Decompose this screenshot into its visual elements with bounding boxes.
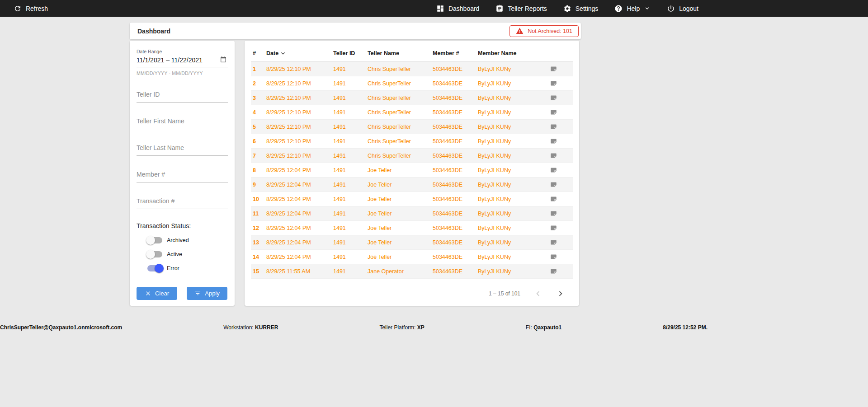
row-teller-id: 1491 [331, 134, 366, 149]
note-icon[interactable] [550, 123, 571, 130]
note-icon[interactable] [550, 268, 571, 275]
row-date: 8/29/25 12:04 PM [264, 250, 331, 264]
top-navigation-bar: Refresh Dashboard Teller Reports Setting… [0, 0, 868, 17]
row-member-name: ByLyJI KUNy [476, 250, 548, 264]
row-date: 8/29/25 12:10 PM [264, 105, 331, 120]
row-teller-name: Joe Teller [366, 163, 431, 178]
next-page-button[interactable] [556, 289, 566, 299]
note-icon[interactable] [550, 210, 571, 217]
row-teller-id: 1491 [331, 91, 366, 105]
not-archived-badge[interactable]: Not Archived: 101 [509, 25, 579, 37]
col-header-date[interactable]: Date [264, 47, 331, 62]
nav-dashboard[interactable]: Dashboard [436, 5, 480, 13]
table-row[interactable]: 4 8/29/25 12:10 PM 1491 Chris SuperTelle… [251, 105, 573, 120]
col-header-date-label: Date [266, 50, 278, 56]
workstation-info: Workstation: KURRER [223, 324, 278, 331]
row-member-number: 5034463DE [431, 235, 476, 250]
table-row[interactable]: 6 8/29/25 12:10 PM 1491 Chris SuperTelle… [251, 134, 573, 149]
table-row[interactable]: 14 8/29/25 12:04 PM 1491 Joe Teller 5034… [251, 250, 573, 264]
table-row[interactable]: 15 8/29/25 11:55 AM 1491 Jane Operator 5… [251, 264, 573, 279]
table-row[interactable]: 5 8/29/25 12:10 PM 1491 Chris SuperTelle… [251, 120, 573, 134]
filter-icon [194, 290, 201, 297]
previous-page-button[interactable] [533, 289, 543, 299]
nav-help[interactable]: Help [614, 5, 651, 13]
row-number: 9 [251, 178, 264, 192]
note-icon[interactable] [550, 65, 571, 72]
transaction-number-input[interactable] [137, 196, 228, 209]
note-icon[interactable] [550, 109, 571, 116]
filter-panel: Date Range MM/DD/YYYY - MM/DD/YYYY Trans… [130, 41, 235, 306]
row-member-name: ByLyJI KUNy [476, 91, 548, 105]
archived-toggle[interactable] [147, 237, 162, 243]
row-teller-id: 1491 [331, 192, 366, 206]
table-row[interactable]: 13 8/29/25 12:04 PM 1491 Joe Teller 5034… [251, 235, 573, 250]
row-date: 8/29/25 11:55 AM [264, 264, 331, 279]
clear-button[interactable]: Clear [137, 287, 177, 300]
note-icon[interactable] [550, 239, 571, 246]
date-range-hint: MM/DD/YYYY - MM/DD/YYYY [137, 70, 228, 76]
note-icon[interactable] [550, 152, 571, 159]
teller-last-name-input[interactable] [137, 142, 228, 156]
calendar-icon[interactable] [220, 56, 227, 63]
active-toggle-label: Active [167, 251, 182, 257]
row-member-number: 5034463DE [431, 178, 476, 192]
error-toggle[interactable] [147, 265, 162, 271]
row-number: 11 [251, 206, 264, 221]
col-header-teller-name: Teller Name [366, 47, 431, 62]
table-row[interactable]: 10 8/29/25 12:04 PM 1491 Joe Teller 5034… [251, 192, 573, 206]
table-row[interactable]: 1 8/29/25 12:10 PM 1491 Chris SuperTelle… [251, 62, 573, 76]
note-icon[interactable] [550, 80, 571, 87]
table-row[interactable]: 2 8/29/25 12:10 PM 1491 Chris SuperTelle… [251, 76, 573, 91]
refresh-button[interactable]: Refresh [14, 5, 48, 13]
power-icon [667, 5, 675, 13]
row-teller-id: 1491 [331, 149, 366, 163]
table-row[interactable]: 8 8/29/25 12:04 PM 1491 Joe Teller 50344… [251, 163, 573, 178]
row-teller-name: Joe Teller [366, 235, 431, 250]
row-member-number: 5034463DE [431, 149, 476, 163]
chevron-down-icon [644, 5, 651, 12]
nav-settings-label: Settings [576, 5, 599, 12]
member-number-input[interactable] [137, 169, 228, 182]
refresh-icon [14, 5, 22, 13]
table-row[interactable]: 9 8/29/25 12:04 PM 1491 Joe Teller 50344… [251, 178, 573, 192]
date-range-input[interactable] [137, 55, 228, 67]
row-member-number: 5034463DE [431, 250, 476, 264]
table-row[interactable]: 12 8/29/25 12:04 PM 1491 Joe Teller 5034… [251, 221, 573, 235]
apply-button-label: Apply [205, 290, 220, 297]
note-icon[interactable] [550, 196, 571, 202]
active-toggle[interactable] [147, 251, 162, 257]
teller-first-name-input[interactable] [137, 116, 228, 129]
col-header-member-name: Member Name [476, 47, 548, 62]
note-icon[interactable] [550, 181, 571, 188]
status-bar: ChrisSuperTeller@Qaxpauto1.onmicrosoft.c… [0, 322, 708, 333]
archived-toggle-label: Archived [167, 237, 189, 243]
row-member-number: 5034463DE [431, 163, 476, 178]
row-member-number: 5034463DE [431, 76, 476, 91]
row-date: 8/29/25 12:10 PM [264, 91, 331, 105]
row-member-name: ByLyJI KUNy [476, 163, 548, 178]
row-teller-name: Joe Teller [366, 250, 431, 264]
note-icon[interactable] [550, 138, 571, 145]
note-icon[interactable] [550, 253, 571, 260]
row-member-name: ByLyJI KUNy [476, 62, 548, 76]
table-row[interactable]: 3 8/29/25 12:10 PM 1491 Chris SuperTelle… [251, 91, 573, 105]
pagination: 1 – 15 of 101 [489, 289, 566, 299]
table-row[interactable]: 11 8/29/25 12:04 PM 1491 Joe Teller 5034… [251, 206, 573, 221]
nav-teller-reports[interactable]: Teller Reports [495, 5, 547, 13]
row-teller-name: Chris SuperTeller [366, 149, 431, 163]
note-icon[interactable] [550, 94, 571, 101]
nav-logout[interactable]: Logout [667, 5, 698, 13]
note-icon[interactable] [550, 167, 571, 173]
note-icon[interactable] [550, 225, 571, 231]
row-teller-name: Joe Teller [366, 206, 431, 221]
table-row[interactable]: 7 8/29/25 12:10 PM 1491 Chris SuperTelle… [251, 149, 573, 163]
page-title: Dashboard [137, 28, 170, 35]
toggle-row-active: Active [137, 251, 228, 257]
row-teller-name: Chris SuperTeller [366, 120, 431, 134]
row-teller-name: Joe Teller [366, 192, 431, 206]
row-number: 5 [251, 120, 264, 134]
row-number: 15 [251, 264, 264, 279]
teller-id-input[interactable] [137, 89, 228, 103]
apply-button[interactable]: Apply [187, 287, 227, 300]
nav-settings[interactable]: Settings [563, 5, 599, 13]
